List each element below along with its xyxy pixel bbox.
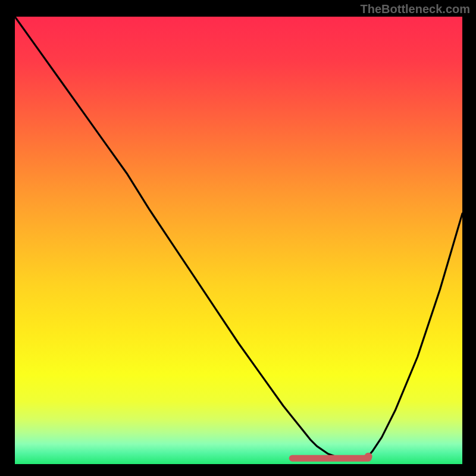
chart-container: TheBottleneck.com (0, 0, 476, 476)
plot-area (15, 17, 462, 464)
svg-point-1 (365, 453, 372, 461)
bottleneck-curve (15, 17, 462, 464)
watermark-text: TheBottleneck.com (361, 2, 470, 16)
